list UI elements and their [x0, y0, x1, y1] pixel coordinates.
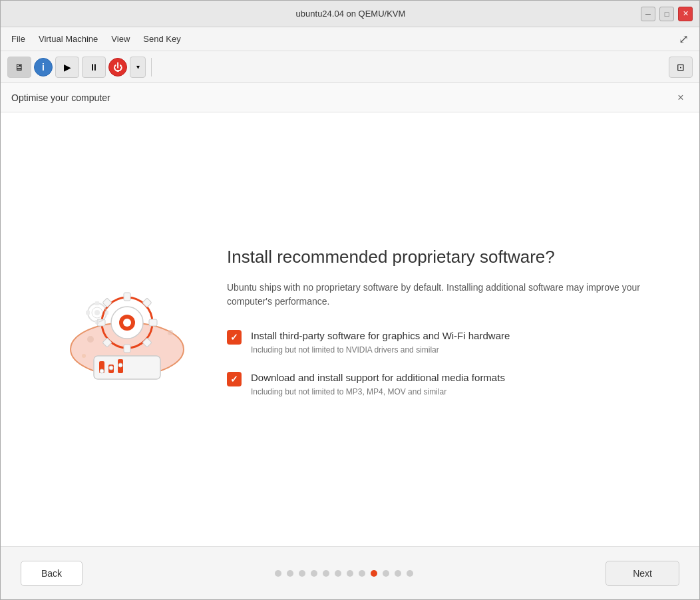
monitor-button[interactable]: 🖥: [7, 57, 31, 78]
maximize-button[interactable]: □: [659, 7, 674, 21]
svg-rect-17: [142, 298, 152, 307]
dot-6: [335, 570, 341, 577]
pause-button[interactable]: ⏸: [82, 57, 106, 78]
capture-button[interactable]: ⊡: [669, 57, 693, 78]
close-button[interactable]: ✕: [678, 7, 693, 21]
dot-10: [383, 570, 389, 577]
minimize-button[interactable]: ─: [641, 7, 655, 21]
next-button[interactable]: Next: [606, 561, 679, 586]
svg-rect-24: [95, 320, 99, 324]
option-item-1: Install third-party software for graphic…: [227, 329, 659, 355]
notification-close-button[interactable]: ×: [673, 90, 689, 106]
svg-point-7: [118, 363, 122, 367]
dot-11: [395, 570, 401, 577]
play-button[interactable]: ▶: [55, 57, 79, 78]
checkbox-third-party[interactable]: [227, 330, 242, 345]
option-sublabel-2: Including but not limited to MP3, MP4, M…: [251, 387, 659, 396]
dot-5: [323, 570, 329, 577]
fullscreen-button[interactable]: ⤢: [673, 29, 694, 49]
svg-rect-12: [124, 293, 130, 301]
right-content: Install recommended proprietary software…: [200, 247, 659, 412]
checkbox-media-formats[interactable]: [227, 372, 242, 386]
menu-view[interactable]: View: [106, 31, 135, 47]
menu-bar: File Virtual Machine View Send Key ⤢: [1, 27, 699, 51]
toolbar-separator: [151, 58, 152, 76]
dot-2: [287, 570, 293, 577]
option-text-1: Install third-party software for graphic…: [251, 329, 659, 355]
title-bar: ubuntu24.04 on QEMU/KVM ─ □ ✕: [1, 1, 699, 27]
svg-rect-25: [86, 311, 90, 315]
svg-rect-15: [149, 319, 157, 326]
window-controls: ─ □ ✕: [641, 7, 693, 21]
back-button[interactable]: Back: [21, 561, 83, 586]
dot-1: [275, 570, 281, 577]
dot-9: [371, 570, 377, 577]
option-item-2: Download and install support for additio…: [227, 371, 659, 396]
bottom-navigation: Back Next: [1, 546, 699, 599]
toolbar: 🖥 i ▶ ⏸ ⏻ ▾ ⊡: [1, 51, 699, 83]
svg-point-5: [100, 369, 104, 373]
dot-4: [311, 570, 317, 577]
illustration: [41, 263, 200, 396]
main-window: ubuntu24.04 on QEMU/KVM ─ □ ✕ File Virtu…: [0, 0, 700, 600]
svg-rect-26: [104, 311, 108, 315]
dropdown-button[interactable]: ▾: [130, 57, 146, 78]
svg-point-27: [87, 336, 94, 343]
svg-point-6: [109, 366, 113, 370]
menu-virtual-machine[interactable]: Virtual Machine: [33, 31, 103, 47]
option-text-2: Download and install support for additio…: [251, 371, 659, 396]
svg-point-29: [82, 354, 86, 358]
option-label-2: Download and install support for additio…: [251, 371, 659, 384]
svg-rect-23: [95, 301, 99, 305]
notification-bar: Optimise your computer ×: [1, 83, 699, 112]
dot-8: [359, 570, 365, 577]
page-description: Ubuntu ships with no proprietary softwar…: [227, 281, 659, 309]
window-title: ubuntu24.04 on QEMU/KVM: [61, 9, 641, 19]
option-label-1: Install third-party software for graphic…: [251, 329, 659, 343]
svg-point-28: [168, 330, 173, 335]
svg-point-22: [94, 310, 100, 315]
main-content: Install recommended proprietary software…: [1, 112, 699, 599]
svg-point-11: [123, 319, 131, 327]
content-area: Install recommended proprietary software…: [1, 112, 699, 546]
dot-12: [407, 570, 413, 577]
power-button[interactable]: ⏻: [108, 58, 127, 76]
menu-file[interactable]: File: [6, 31, 31, 47]
option-sublabel-1: Including but not limited to NVIDIA driv…: [251, 345, 659, 355]
dot-7: [347, 570, 353, 577]
info-button[interactable]: i: [34, 58, 53, 76]
svg-rect-13: [124, 345, 130, 353]
dot-3: [299, 570, 305, 577]
menu-send-key[interactable]: Send Key: [138, 31, 186, 47]
page-heading: Install recommended proprietary software…: [227, 247, 659, 267]
pagination-dots: [275, 570, 413, 577]
notification-text: Optimise your computer: [11, 92, 110, 103]
